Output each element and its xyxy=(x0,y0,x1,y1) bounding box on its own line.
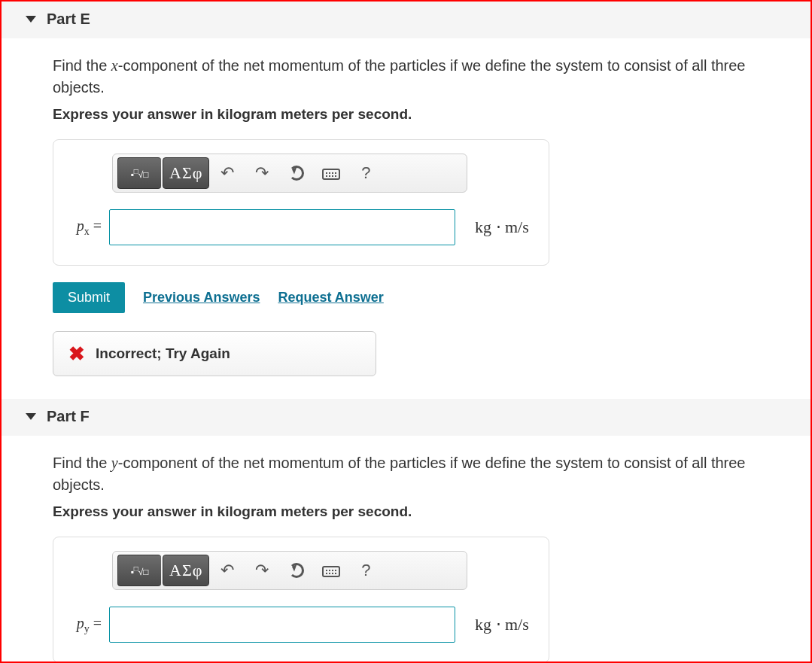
undo-button[interactable]: ↶ xyxy=(211,157,244,189)
part-e-prompt: Find the x-component of the net momentum… xyxy=(53,55,788,99)
var-sub: x xyxy=(84,226,90,237)
templates-button[interactable]: ▪□√□ xyxy=(117,555,161,586)
undo-icon: ↶ xyxy=(220,561,234,580)
var-letter: p xyxy=(77,615,84,631)
variable-label: py = xyxy=(68,615,102,635)
keyboard-icon xyxy=(322,169,340,180)
greek-button[interactable]: ΑΣφ xyxy=(163,157,209,189)
feedback-text: Incorrect; Try Again xyxy=(96,345,230,362)
request-answer-link[interactable]: Request Answer xyxy=(278,290,383,306)
keyboard-icon xyxy=(322,566,340,577)
reset-button[interactable] xyxy=(280,555,313,586)
unit-label: kg ⋅ m/s xyxy=(475,615,529,634)
part-e-body: Find the x-component of the net momentum… xyxy=(2,38,810,399)
undo-button[interactable]: ↶ xyxy=(211,555,244,586)
input-row: px = kg ⋅ m/s xyxy=(68,209,534,245)
previous-answers-link[interactable]: Previous Answers xyxy=(143,290,260,306)
answer-input[interactable] xyxy=(109,607,455,643)
help-button[interactable]: ? xyxy=(349,157,382,189)
keyboard-button[interactable] xyxy=(315,555,348,586)
var-sub: y xyxy=(84,623,90,634)
equation-toolbar: ▪□√□ ΑΣφ ↶ ↷ ? xyxy=(112,154,467,193)
fraction-icon: ▪□√□ xyxy=(130,168,148,179)
redo-button[interactable]: ↷ xyxy=(245,555,278,586)
part-f-body: Find the y-component of the net momentum… xyxy=(2,436,810,663)
greek-label: ΑΣφ xyxy=(169,163,202,183)
feedback-box: ✖ Incorrect; Try Again xyxy=(53,331,376,376)
part-f-prompt: Find the y-component of the net momentum… xyxy=(53,452,788,496)
reset-button[interactable] xyxy=(280,157,313,189)
equals-sign: = xyxy=(90,217,102,234)
redo-icon: ↷ xyxy=(255,561,269,580)
equals-sign: = xyxy=(90,615,102,631)
part-e-instruction: Express your answer in kilogram meters p… xyxy=(53,106,788,123)
prompt-text: Find the xyxy=(53,455,111,471)
redo-icon: ↷ xyxy=(255,163,269,183)
prompt-text: -component of the net momentum of the pa… xyxy=(53,455,745,493)
unit-label: kg ⋅ m/s xyxy=(475,217,529,237)
part-e-header[interactable]: Part E xyxy=(2,2,810,38)
part-f-instruction: Express your answer in kilogram meters p… xyxy=(53,503,788,520)
collapse-icon xyxy=(26,413,36,420)
submit-button[interactable]: Submit xyxy=(53,282,125,313)
part-e-title: Part E xyxy=(47,11,90,28)
greek-label: ΑΣφ xyxy=(169,561,202,580)
keyboard-button[interactable] xyxy=(315,157,348,189)
part-f-header[interactable]: Part F xyxy=(2,399,810,436)
action-row: Submit Previous Answers Request Answer xyxy=(53,282,788,313)
part-f-title: Part F xyxy=(47,408,90,425)
input-row: py = kg ⋅ m/s xyxy=(68,607,534,643)
prompt-var: y xyxy=(111,455,118,471)
fraction-icon: ▪□√□ xyxy=(130,565,148,576)
redo-button[interactable]: ↷ xyxy=(245,157,278,189)
reset-icon xyxy=(289,166,304,181)
prompt-var: x xyxy=(111,57,118,74)
prompt-text: -component of the net momentum of the pa… xyxy=(53,57,745,96)
answer-input[interactable] xyxy=(109,209,455,245)
prompt-text: Find the xyxy=(53,57,111,74)
greek-button[interactable]: ΑΣφ xyxy=(163,555,209,586)
page-frame: Part E Find the x-component of the net m… xyxy=(0,0,812,663)
help-button[interactable]: ? xyxy=(349,555,382,586)
answer-box: ▪□√□ ΑΣφ ↶ ↷ ? xyxy=(53,537,549,663)
help-icon: ? xyxy=(361,561,370,580)
variable-label: px = xyxy=(68,217,102,238)
collapse-icon xyxy=(26,16,36,23)
reset-icon xyxy=(289,563,304,578)
var-letter: p xyxy=(77,217,84,234)
incorrect-icon: ✖ xyxy=(68,344,85,363)
help-icon: ? xyxy=(361,163,370,183)
templates-button[interactable]: ▪□√□ xyxy=(117,157,161,189)
equation-toolbar: ▪□√□ ΑΣφ ↶ ↷ ? xyxy=(112,551,467,590)
undo-icon: ↶ xyxy=(220,163,234,183)
answer-box: ▪□√□ ΑΣφ ↶ ↷ ? xyxy=(53,139,549,266)
